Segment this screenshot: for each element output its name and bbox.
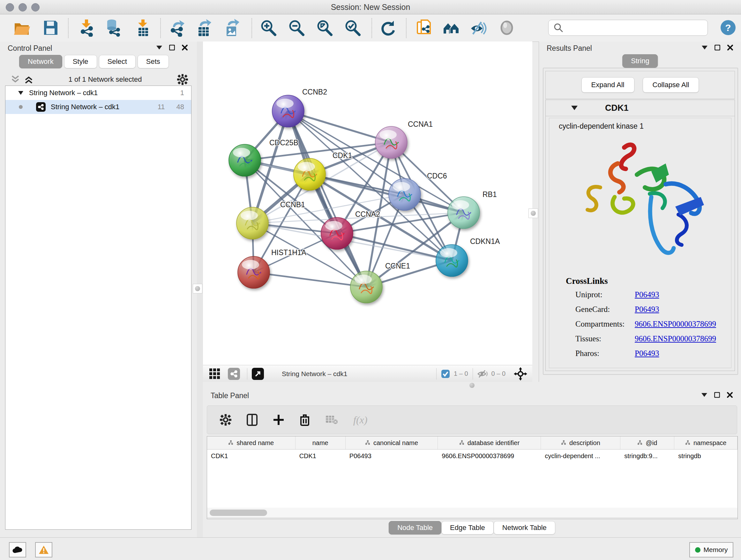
network-canvas[interactable]: CCNB2CCNA1CDC25BCDK1CDC6RB1CCNB1CCNA2CDK… xyxy=(203,42,532,365)
edge-HIST1H1A-CCNE1[interactable] xyxy=(254,272,366,287)
tab-sets[interactable]: Sets xyxy=(138,55,169,68)
network-collection-row[interactable]: String Network – cdk1 1 xyxy=(5,86,191,100)
protein-structure-image xyxy=(570,133,711,273)
node-CDKN1A[interactable]: CDKN1A xyxy=(436,237,500,276)
zoom-selected-icon[interactable] xyxy=(343,19,361,37)
column-header-@id[interactable]: @id xyxy=(620,436,674,449)
node-CCNE1[interactable]: CCNE1 xyxy=(350,262,410,303)
expand-all-button[interactable]: Expand All xyxy=(582,77,634,92)
gear-icon[interactable] xyxy=(177,74,188,85)
add-column-icon[interactable] xyxy=(273,414,284,426)
table-cell: stringdb xyxy=(674,449,738,462)
tab-network-table[interactable]: Network Table xyxy=(494,521,555,535)
crosslink-link[interactable]: P06493 xyxy=(635,305,659,314)
panel-float-icon[interactable] xyxy=(714,391,721,398)
search-input[interactable] xyxy=(564,23,708,32)
left-splitter-handle[interactable] xyxy=(193,284,202,294)
memory-button[interactable]: Memory xyxy=(689,542,733,557)
right-splitter-handle[interactable] xyxy=(529,208,538,218)
refresh-icon[interactable] xyxy=(379,19,397,37)
tab-network[interactable]: Network xyxy=(19,55,62,68)
column-type-icon xyxy=(637,439,643,447)
crosslink-link[interactable]: P06493 xyxy=(635,349,659,358)
tab-select[interactable]: Select xyxy=(99,55,136,68)
column-header-database-identifier[interactable]: database identifier xyxy=(438,436,541,449)
save-session-icon[interactable] xyxy=(42,19,59,37)
column-header-canonical-name[interactable]: canonical name xyxy=(346,436,438,449)
open-session-icon[interactable] xyxy=(13,19,30,37)
edge-CDK1-RB1[interactable] xyxy=(310,174,464,212)
export-table-icon[interactable] xyxy=(195,19,212,37)
crosslink-link[interactable]: 9606.ENSP00000378699 xyxy=(635,320,716,328)
hidden-count: 0 – 0 xyxy=(491,370,506,377)
export-image-icon[interactable] xyxy=(223,19,241,37)
tab-style[interactable]: Style xyxy=(64,55,97,68)
table-header-row: shared namenamecanonical namedatabase id… xyxy=(207,436,738,449)
delete-column-icon[interactable] xyxy=(300,414,310,426)
horizontal-splitter[interactable] xyxy=(203,382,741,389)
section-expander-icon[interactable] xyxy=(571,106,578,110)
cloud-button[interactable] xyxy=(9,542,26,557)
node-CCNA1[interactable]: CCNA1 xyxy=(375,120,433,159)
crosslink-row: Uniprot:P06493 xyxy=(549,287,731,302)
import-network-icon[interactable] xyxy=(78,19,96,37)
table-row[interactable]: CDK1CDK1P064939606.ENSP00000378699cyclin… xyxy=(207,449,738,462)
collapse-all-button[interactable]: Collapse All xyxy=(643,77,699,92)
gene-section-header[interactable]: CDK1 xyxy=(546,100,735,116)
edge-CCNB2-CCNE1[interactable] xyxy=(288,111,366,287)
network-graph[interactable]: CCNB2CCNA1CDC25BCDK1CDC6RB1CCNB1CCNA2CDK… xyxy=(203,42,532,365)
node-label-CDC25B: CDC25B xyxy=(269,138,298,147)
pan-crosshair-icon[interactable] xyxy=(514,367,527,381)
show-columns-icon[interactable] xyxy=(247,414,258,426)
import-network-from-database-icon[interactable] xyxy=(105,19,123,37)
toolbar-separator xyxy=(252,18,252,38)
crosslink-link[interactable]: 9606.ENSP00000378699 xyxy=(635,334,716,343)
homes-icon[interactable] xyxy=(442,19,460,37)
eye-icon[interactable] xyxy=(498,19,516,37)
tab-node-table[interactable]: Node Table xyxy=(389,521,441,535)
collapse-all-icon[interactable] xyxy=(11,75,20,84)
column-header-name[interactable]: name xyxy=(295,436,346,449)
column-header-namespace[interactable]: namespace xyxy=(674,436,738,449)
import-table-icon[interactable] xyxy=(134,19,152,37)
column-label: namespace xyxy=(693,439,726,447)
tree-expander-icon[interactable] xyxy=(18,91,23,95)
node-label-CDKN1A: CDKN1A xyxy=(470,237,500,246)
zoom-in-icon[interactable] xyxy=(259,19,277,37)
selected-checkbox-icon[interactable] xyxy=(441,369,450,378)
help-button[interactable]: ? xyxy=(721,20,736,35)
zoom-fit-icon[interactable] xyxy=(315,19,333,37)
tab-edge-table[interactable]: Edge Table xyxy=(441,521,494,535)
panel-close-icon[interactable] xyxy=(727,44,734,51)
zoom-out-icon[interactable] xyxy=(287,19,305,37)
toolbar-separator xyxy=(160,18,161,38)
tab-string[interactable]: String xyxy=(622,54,658,68)
scrollbar-thumb[interactable] xyxy=(210,509,267,516)
network-row[interactable]: String Network – cdk1 11 48 xyxy=(5,100,191,114)
column-label: shared name xyxy=(237,439,274,447)
table-settings-gear-icon[interactable] xyxy=(220,414,231,426)
grid-view-icon[interactable] xyxy=(209,368,221,380)
share-document-icon[interactable] xyxy=(415,19,433,37)
panel-menu-icon[interactable] xyxy=(156,44,163,51)
panel-menu-icon[interactable] xyxy=(701,391,708,398)
search-field[interactable] xyxy=(548,20,708,36)
panel-menu-icon[interactable] xyxy=(701,44,708,51)
crosslink-link[interactable]: P06493 xyxy=(635,290,659,299)
panel-float-icon[interactable] xyxy=(169,44,176,51)
hide-unhide-icon[interactable] xyxy=(470,19,488,37)
panel-float-icon[interactable] xyxy=(714,44,721,51)
panel-close-icon[interactable] xyxy=(726,391,733,398)
table-horizontal-scrollbar[interactable] xyxy=(207,508,738,518)
node-HIST1H1A[interactable]: HIST1H1A xyxy=(238,248,307,288)
node-RB1[interactable]: RB1 xyxy=(448,190,497,229)
node-label-CCNE1: CCNE1 xyxy=(385,262,410,270)
expand-all-icon[interactable] xyxy=(24,75,33,84)
column-header-shared-name[interactable]: shared name xyxy=(207,436,295,449)
export-network-icon[interactable] xyxy=(169,19,186,37)
column-header-description[interactable]: description xyxy=(541,436,620,449)
network-badge-icon[interactable] xyxy=(228,368,240,380)
panel-close-icon[interactable] xyxy=(181,44,188,51)
warning-button[interactable] xyxy=(35,542,52,557)
birdseye-view-icon[interactable] xyxy=(252,368,264,380)
